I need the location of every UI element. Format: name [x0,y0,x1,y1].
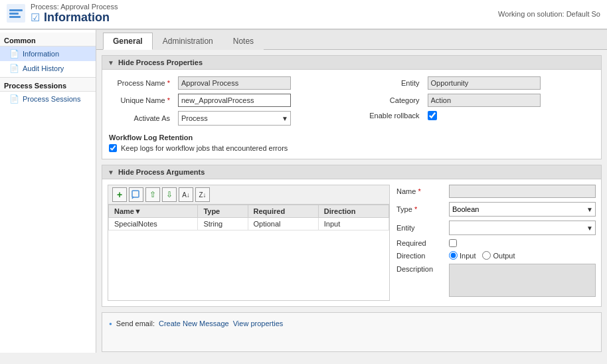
right-type-select[interactable]: Boolean String Integer [449,202,596,217]
app-title-row: Process: Approval Process ☑ Information [31,3,118,25]
right-name-label: Name * [396,187,446,195]
right-direction-label: Direction [396,252,446,260]
send-email-section: ● Send email: Create New Message View pr… [102,312,602,352]
right-entity-label: Entity [396,224,446,232]
right-type-label: Type * [396,205,446,213]
edit-argument-button[interactable] [129,187,143,202]
send-email-label: Send email: [116,319,155,327]
sidebar-item-audit-history[interactable]: 📄 Audit History [0,61,96,76]
right-description-label: Description [396,264,446,273]
page-title-icon: ☑ [31,11,40,24]
right-description-textarea[interactable] [449,264,596,297]
tabs-bar: General Administration Notes [96,30,607,50]
sort-za-button[interactable]: Z↓ [195,187,210,202]
category-input [428,94,541,107]
process-icon [7,4,25,23]
process-name-row: Process Name * [109,76,345,90]
row-type: String [198,218,248,230]
entity-row: Entity [359,76,595,90]
tab-general[interactable]: General [103,33,153,50]
hide-process-properties-header[interactable]: ▼ Hide Process Properties [102,56,601,70]
right-required-checkbox[interactable] [449,239,457,247]
col-direction: Direction [318,205,389,218]
tab-notes[interactable]: Notes [223,33,264,50]
entity-label: Entity [359,79,425,87]
hide-process-properties-section: ▼ Hide Process Properties Process Name * [102,55,602,159]
direction-radio-group: Input Output [449,251,515,260]
process-arguments-content: + ⇧ ⇩ A↓ Z↓ [102,179,601,306]
send-email-row: ● Send email: Create New Message View pr… [109,319,594,327]
unique-name-input[interactable] [178,94,291,107]
activate-as-select[interactable]: Process [178,111,291,126]
bullet-icon: ● [109,321,112,327]
direction-input-radio[interactable] [449,251,458,260]
add-argument-button[interactable]: + [112,187,127,202]
right-type-row: Type * Boolean String Integer ▼ [396,202,596,217]
page-title: Information [44,11,110,25]
category-label: Category [359,96,425,104]
activate-as-label: Activate As [109,114,175,122]
entity-input [428,76,541,90]
tab-administration[interactable]: Administration [153,33,223,50]
workflow-retention-label: Workflow Log Retention [109,134,594,141]
process-sessions-icon: 📄 [9,94,19,104]
svg-rect-2 [9,13,19,15]
up-argument-button[interactable]: ⇧ [145,187,160,202]
direction-output-label[interactable]: Output [482,251,515,260]
col-name: Name▼ [109,205,198,218]
right-description-row: Description [396,264,596,297]
unique-name-row: Unique Name * [109,94,345,107]
audit-history-icon: 📄 [9,64,19,73]
right-name-input[interactable] [449,185,596,198]
right-entity-select[interactable] [449,221,596,235]
working-on-label: Working on solution: Default So [498,10,600,18]
enable-rollback-checkbox[interactable] [428,111,437,120]
workflow-retention-checkbox[interactable] [109,144,117,152]
right-required-label: Required [396,239,446,247]
collapse-icon-properties: ▼ [108,59,114,66]
process-properties-content: Process Name * Unique Name * [102,70,601,159]
sidebar-section-common: Common 📄 Information 📄 Audit History [0,33,96,76]
category-row: Category [359,94,595,107]
direction-input-label[interactable]: Input [449,251,476,260]
col-type: Type [198,205,248,218]
table-row[interactable]: SpecialNotes String Optional Input [109,218,389,230]
app-header: Process: Approval Process ☑ Information … [0,0,607,30]
right-required-row: Required [396,239,596,247]
process-name-label: Process Name * [109,79,175,87]
view-properties-link[interactable]: View properties [233,319,284,327]
information-icon: 📄 [9,49,19,58]
arguments-toolbar: + ⇧ ⇩ A↓ Z↓ [108,185,389,205]
workflow-retention-checkbox-label: Keep logs for workflow jobs that encount… [121,144,288,152]
hide-process-arguments-header[interactable]: ▼ Hide Process Arguments [102,165,601,179]
activate-as-row: Activate As Process ▼ [109,111,345,126]
svg-rect-3 [9,16,21,18]
collapse-icon-arguments: ▼ [108,169,114,176]
sidebar-item-information[interactable]: 📄 Information [0,46,96,61]
row-required: Optional [248,218,318,230]
content-area: General Administration Notes ▼ Hide Proc… [96,30,607,353]
sidebar-section-process-sessions: Process Sessions 📄 Process Sessions [0,77,96,106]
direction-output-radio[interactable] [482,251,491,260]
enable-rollback-label: Enable rollback [359,112,425,120]
row-direction: Input [318,218,389,230]
arguments-table: Name▼ Type Required [108,205,389,297]
create-new-message-link[interactable]: Create New Message [159,319,229,327]
sort-az-button[interactable]: A↓ [179,187,193,202]
sidebar-section-common-header: Common [0,33,96,46]
content-body: ▼ Hide Process Properties Process Name * [96,50,607,353]
row-name: SpecialNotes [109,218,198,230]
svg-rect-1 [9,9,23,11]
right-direction-row: Direction Input Output [396,251,596,260]
sidebar-item-process-sessions[interactable]: 📄 Process Sessions [0,92,96,106]
process-name-input[interactable] [178,76,291,90]
sidebar: Common 📄 Information 📄 Audit History Pro… [0,30,96,353]
svg-rect-4 [132,191,139,197]
right-entity-row: Entity ▼ [396,221,596,235]
hide-process-arguments-section: ▼ Hide Process Arguments + ⇧ [102,165,602,307]
enable-rollback-row: Enable rollback [359,111,595,120]
down-argument-button[interactable]: ⇩ [162,187,177,202]
process-label: Process: Approval Process [31,3,118,11]
col-required: Required [248,205,318,218]
sidebar-section-process-sessions-header: Process Sessions [0,77,96,92]
